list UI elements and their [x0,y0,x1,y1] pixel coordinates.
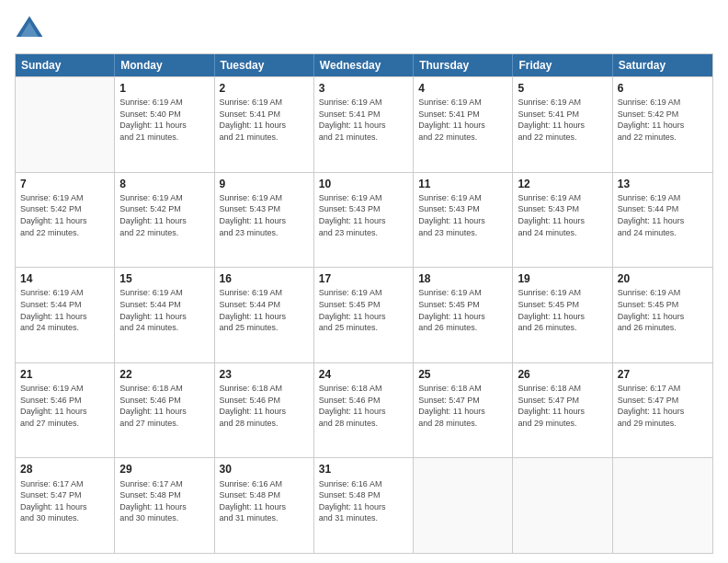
calendar-cell: 25Sunrise: 6:18 AMSunset: 5:47 PMDayligh… [414,363,513,458]
cell-info: Sunrise: 6:19 AMSunset: 5:41 PMDaylight:… [418,97,507,143]
cell-info: Sunrise: 6:19 AMSunset: 5:45 PMDaylight:… [618,287,708,333]
calendar-cell: 10Sunrise: 6:19 AMSunset: 5:43 PMDayligh… [314,173,414,268]
day-number: 16 [220,271,309,286]
cell-info: Sunrise: 6:19 AMSunset: 5:43 PMDaylight:… [418,192,507,238]
calendar-cell: 22Sunrise: 6:18 AMSunset: 5:46 PMDayligh… [115,363,214,458]
cell-info: Sunrise: 6:19 AMSunset: 5:44 PMDaylight:… [20,287,109,333]
cell-info: Sunrise: 6:16 AMSunset: 5:48 PMDaylight:… [319,478,408,524]
calendar-cell: 31Sunrise: 6:16 AMSunset: 5:48 PMDayligh… [314,458,414,553]
day-number: 28 [20,462,109,477]
calendar-cell: 5Sunrise: 6:19 AMSunset: 5:41 PMDaylight… [513,77,612,172]
day-number: 23 [220,367,309,382]
calendar-cell: 29Sunrise: 6:17 AMSunset: 5:48 PMDayligh… [115,458,214,553]
cell-info: Sunrise: 6:16 AMSunset: 5:48 PMDaylight:… [220,478,309,524]
calendar-cell [414,458,513,553]
cell-info: Sunrise: 6:19 AMSunset: 5:45 PMDaylight:… [518,287,607,333]
day-number: 4 [418,81,507,96]
calendar-row-4: 21Sunrise: 6:19 AMSunset: 5:46 PMDayligh… [16,362,712,458]
calendar-cell: 30Sunrise: 6:16 AMSunset: 5:48 PMDayligh… [215,458,314,553]
cell-info: Sunrise: 6:19 AMSunset: 5:41 PMDaylight:… [518,97,607,143]
day-number: 10 [319,177,408,191]
calendar-cell: 27Sunrise: 6:17 AMSunset: 5:47 PMDayligh… [613,363,712,458]
day-number: 21 [20,367,109,382]
day-number: 5 [518,81,607,96]
day-number: 18 [418,271,507,286]
day-number: 8 [119,177,209,191]
cell-info: Sunrise: 6:18 AMSunset: 5:46 PMDaylight:… [119,383,209,429]
calendar-cell: 15Sunrise: 6:19 AMSunset: 5:44 PMDayligh… [115,268,214,362]
calendar-cell: 26Sunrise: 6:18 AMSunset: 5:47 PMDayligh… [513,363,612,458]
calendar-cell: 4Sunrise: 6:19 AMSunset: 5:41 PMDaylight… [414,77,513,172]
day-number: 29 [119,462,209,477]
cell-info: Sunrise: 6:19 AMSunset: 5:42 PMDaylight:… [618,97,708,143]
calendar-cell [16,77,115,172]
calendar-cell: 16Sunrise: 6:19 AMSunset: 5:44 PMDayligh… [215,268,314,362]
header-cell-sunday: Sunday [16,54,115,76]
calendar-cell: 2Sunrise: 6:19 AMSunset: 5:41 PMDaylight… [215,77,314,172]
page: SundayMondayTuesdayWednesdayThursdayFrid… [0,0,728,563]
calendar-cell: 6Sunrise: 6:19 AMSunset: 5:42 PMDaylight… [613,77,712,172]
day-number: 14 [20,271,109,286]
day-number: 6 [618,81,708,96]
day-number: 2 [220,81,309,96]
cell-info: Sunrise: 6:19 AMSunset: 5:43 PMDaylight:… [518,192,607,238]
day-number: 30 [220,462,309,477]
calendar-row-3: 14Sunrise: 6:19 AMSunset: 5:44 PMDayligh… [16,267,712,362]
cell-info: Sunrise: 6:19 AMSunset: 5:41 PMDaylight:… [220,97,309,143]
calendar-cell: 28Sunrise: 6:17 AMSunset: 5:47 PMDayligh… [16,458,115,553]
calendar-cell [613,458,712,553]
cell-info: Sunrise: 6:18 AMSunset: 5:47 PMDaylight:… [518,383,607,429]
calendar-cell: 8Sunrise: 6:19 AMSunset: 5:42 PMDaylight… [115,173,214,268]
calendar-cell: 20Sunrise: 6:19 AMSunset: 5:45 PMDayligh… [613,268,712,362]
cell-info: Sunrise: 6:19 AMSunset: 5:44 PMDaylight:… [220,287,309,333]
calendar-cell: 24Sunrise: 6:18 AMSunset: 5:46 PMDayligh… [314,363,414,458]
day-number: 13 [618,177,708,191]
day-number: 9 [220,177,309,191]
cell-info: Sunrise: 6:19 AMSunset: 5:41 PMDaylight:… [319,97,408,143]
header-cell-tuesday: Tuesday [215,54,314,76]
calendar-cell: 3Sunrise: 6:19 AMSunset: 5:41 PMDaylight… [314,77,414,172]
calendar-cell: 1Sunrise: 6:19 AMSunset: 5:40 PMDaylight… [115,77,214,172]
header-cell-monday: Monday [115,54,214,76]
day-number: 3 [319,81,408,96]
day-number: 31 [319,462,408,477]
calendar-cell: 19Sunrise: 6:19 AMSunset: 5:45 PMDayligh… [513,268,612,362]
cell-info: Sunrise: 6:19 AMSunset: 5:40 PMDaylight:… [119,97,209,143]
calendar-cell [513,458,612,553]
day-number: 27 [618,367,708,382]
calendar-cell: 12Sunrise: 6:19 AMSunset: 5:43 PMDayligh… [513,173,612,268]
day-number: 11 [418,177,507,191]
calendar: SundayMondayTuesdayWednesdayThursdayFrid… [15,53,713,554]
calendar-header: SundayMondayTuesdayWednesdayThursdayFrid… [16,54,712,76]
header-cell-friday: Friday [513,54,612,76]
cell-info: Sunrise: 6:17 AMSunset: 5:47 PMDaylight:… [618,383,708,429]
calendar-cell: 21Sunrise: 6:19 AMSunset: 5:46 PMDayligh… [16,363,115,458]
header [15,15,713,44]
calendar-cell: 17Sunrise: 6:19 AMSunset: 5:45 PMDayligh… [314,268,414,362]
day-number: 17 [319,271,408,286]
calendar-body: 1Sunrise: 6:19 AMSunset: 5:40 PMDaylight… [16,76,712,553]
calendar-row-5: 28Sunrise: 6:17 AMSunset: 5:47 PMDayligh… [16,457,712,553]
logo-icon [15,15,44,44]
cell-info: Sunrise: 6:19 AMSunset: 5:43 PMDaylight:… [319,192,408,238]
calendar-row-2: 7Sunrise: 6:19 AMSunset: 5:42 PMDaylight… [16,172,712,268]
day-number: 19 [518,271,607,286]
cell-info: Sunrise: 6:19 AMSunset: 5:45 PMDaylight:… [418,287,507,333]
calendar-cell: 23Sunrise: 6:18 AMSunset: 5:46 PMDayligh… [215,363,314,458]
day-number: 7 [20,177,109,191]
day-number: 24 [319,367,408,382]
header-cell-thursday: Thursday [414,54,513,76]
day-number: 12 [518,177,607,191]
calendar-cell: 11Sunrise: 6:19 AMSunset: 5:43 PMDayligh… [414,173,513,268]
cell-info: Sunrise: 6:18 AMSunset: 5:46 PMDaylight:… [220,383,309,429]
day-number: 22 [119,367,209,382]
cell-info: Sunrise: 6:19 AMSunset: 5:44 PMDaylight:… [119,287,209,333]
calendar-cell: 18Sunrise: 6:19 AMSunset: 5:45 PMDayligh… [414,268,513,362]
calendar-row-1: 1Sunrise: 6:19 AMSunset: 5:40 PMDaylight… [16,76,712,172]
header-cell-wednesday: Wednesday [314,54,414,76]
calendar-cell: 14Sunrise: 6:19 AMSunset: 5:44 PMDayligh… [16,268,115,362]
calendar-cell: 7Sunrise: 6:19 AMSunset: 5:42 PMDaylight… [16,173,115,268]
header-cell-saturday: Saturday [613,54,712,76]
cell-info: Sunrise: 6:19 AMSunset: 5:44 PMDaylight:… [618,192,708,238]
cell-info: Sunrise: 6:19 AMSunset: 5:43 PMDaylight:… [220,192,309,238]
